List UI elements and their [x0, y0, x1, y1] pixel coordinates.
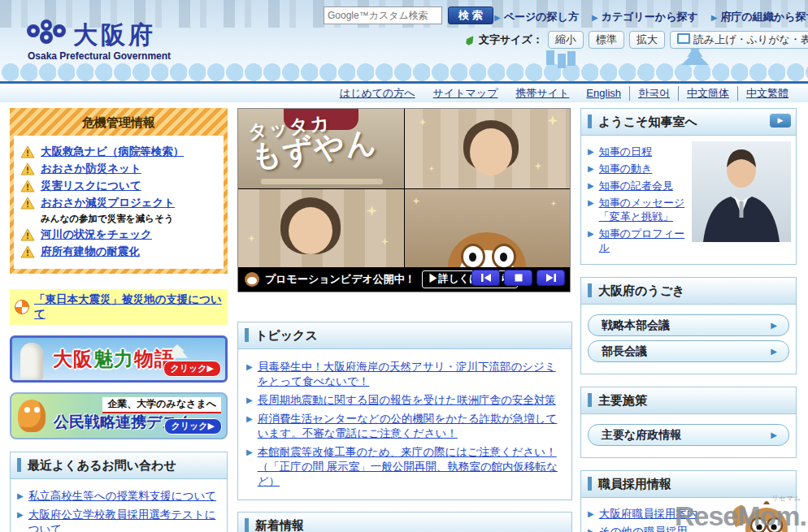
emergency-link[interactable]: 府所有建物の耐震化: [41, 244, 140, 259]
governor-more-button[interactable]: ▶: [770, 114, 791, 128]
governor-link[interactable]: 知事の記者会見: [599, 179, 673, 192]
link-by-organization[interactable]: ▶府庁の組織から探す: [711, 10, 808, 24]
logo-subtitle: Osaka Prefectural Government: [28, 50, 171, 62]
topic-link[interactable]: 貝毒発生中！大阪府海岸の天然アサリ・淀川下流部のシジミをとって食べないで！: [258, 360, 563, 389]
nav-korean[interactable]: 한국어: [629, 86, 678, 101]
nav-english[interactable]: English: [578, 87, 629, 99]
support-banner-link: 「東日本大震災」被災地の支援について: [34, 292, 223, 322]
video-frame-mascot: [405, 189, 571, 269]
list-item: ▶知事のメッセージ「変革と挑戦」: [588, 196, 689, 223]
click-button[interactable]: クリック▶: [164, 418, 223, 435]
list-item: おおさか防災ネット: [20, 162, 219, 176]
nav-first-time[interactable]: はじめての方へ: [340, 86, 415, 101]
previous-button[interactable]: [471, 270, 500, 286]
list-item: ▶知事の動き: [588, 162, 689, 175]
topic-link[interactable]: 府消費生活センターなどの公的機関をかたる詐欺が急増しています。不審な電話にご注意…: [258, 412, 563, 441]
warning-icon: [20, 179, 35, 192]
list-item: ▶知事の日程: [588, 145, 689, 158]
language-links: English 한국어 中文簡体 中文繁體: [578, 86, 797, 101]
search-input[interactable]: [324, 6, 442, 24]
alert-icon: [15, 300, 29, 314]
video-controls: [471, 270, 565, 286]
monitor-icon: [677, 33, 690, 44]
topic-link[interactable]: 本館耐震等改修工事のため、来庁の際にはご注意ください！（「正庁の間 展示室」一般…: [258, 445, 563, 489]
shisaku-body: 主要な府政情報▶: [581, 414, 796, 457]
warning-icon: [20, 228, 35, 241]
next-button[interactable]: [536, 270, 565, 286]
ugoki-box: 大阪府のうごき 戦略本部会議▶ 部長会議▶: [580, 277, 797, 374]
font-shrink-button[interactable]: 縮小: [548, 31, 584, 49]
link-find-page[interactable]: ▶ページの探し方: [494, 10, 579, 24]
font-standard-button[interactable]: 標準: [589, 31, 624, 49]
credit-line: [261, 179, 383, 184]
list-item: 河川の状況をチェック: [20, 227, 219, 242]
arrow-icon: ▶: [588, 164, 594, 173]
recruit-header: 職員採用情報: [581, 471, 796, 498]
list-item: おおさか減災プロジェクト: [20, 196, 219, 210]
emergency-link[interactable]: 大阪救急ナビ（病院等検索）: [41, 145, 184, 159]
governor-box: ようこそ知事室へ ▶ ▶知事の日程 ▶知事の動き ▶知事の記者会見 ▶知事のメッ…: [580, 108, 797, 265]
list-item: ▶知事のプロフィール: [588, 227, 689, 254]
emergency-link[interactable]: おおさか減災プロジェクト: [41, 196, 175, 210]
nav-chinese-simplified[interactable]: 中文簡体: [678, 86, 737, 101]
nav-sitemap[interactable]: サイトマップ: [433, 86, 498, 101]
list-item: 災害リスクについて: [20, 179, 219, 193]
emergency-link[interactable]: おおさか防災ネット: [41, 162, 141, 176]
directors-meeting-button[interactable]: 部長会議▶: [588, 340, 789, 362]
komin-desk-banner[interactable]: 企業、大学のみなさまへ 公民戦略連携デスク クリック▶: [10, 392, 228, 439]
link-by-category[interactable]: ▶カテゴリーから探す: [592, 10, 698, 24]
faq-link[interactable]: 大阪府公立学校教員採用選考テストについて: [28, 508, 220, 532]
left-column: 危機管理情報 大阪救急ナビ（病院等検索） おおさか防災ネット 災害リスクについて…: [10, 108, 228, 532]
major-policy-button[interactable]: 主要な府政情報▶: [588, 424, 789, 446]
arrow-icon: ▶: [588, 509, 594, 518]
faq-link[interactable]: 私立高校生等への授業料支援について: [28, 489, 216, 504]
tower-of-sun-icon: [20, 343, 43, 380]
video-thumbnail-grid: タッタカ もずやん: [238, 109, 570, 269]
nav-mobile-site[interactable]: 携帯サイト: [515, 86, 569, 101]
site-logo[interactable]: 大阪府: [26, 18, 156, 52]
governor-link[interactable]: 知事の動き: [599, 162, 653, 175]
arrow-icon: ▶: [246, 396, 253, 404]
page: 大阪府 Osaka Prefectural Government 検 索 ▶ペー…: [0, 0, 808, 532]
stop-button[interactable]: [504, 270, 532, 286]
arrow-icon: ▶: [246, 362, 253, 371]
nav-chinese-traditional[interactable]: 中文繁體: [737, 86, 797, 101]
warning-icon: [20, 145, 35, 158]
warning-icon: [20, 197, 35, 210]
arrow-icon: ▶: [588, 181, 594, 190]
emergency-link[interactable]: 災害リスクについて: [41, 179, 141, 193]
mascot-character-icon: [18, 400, 46, 432]
governor-link[interactable]: 知事の日程: [599, 145, 652, 158]
arrow-icon: ▶: [711, 13, 718, 22]
resemom-watermark: ReseMom.: [675, 500, 806, 532]
arrow-icon: ▶: [771, 430, 777, 439]
click-button[interactable]: クリック▶: [163, 361, 222, 377]
governor-link[interactable]: 知事のメッセージ「変革と挑戦」: [599, 196, 689, 223]
arrow-icon: ▶: [588, 147, 594, 156]
font-enlarge-button[interactable]: 拡大: [629, 31, 665, 49]
video-frame-title: タッタカ もずやん: [238, 109, 404, 188]
governor-link[interactable]: 知事のプロフィール: [599, 227, 689, 254]
osaka-miryoku-banner[interactable]: 大阪魅力物語 クリック▶: [10, 335, 228, 383]
shisaku-box: 主要施策 主要な府政情報▶: [580, 387, 797, 458]
emergency-info-box: 危機管理情報 大阪救急ナビ（病院等検索） おおさか防災ネット 災害リスクについて…: [10, 108, 228, 274]
font-size-controls: 文字サイズ： 縮小 標準 拡大 読み上げ・ふりがな・表示色: [467, 31, 808, 49]
video-frame-woman-surprised: [405, 109, 571, 188]
faq-body: ▶私立高校生等への授業料支援について ▶大阪府公立学校教員採用選考テストについて…: [11, 479, 227, 532]
news-box: 新着情報 15時42分[更新] ▶ 4月13日 平成28年度「宅地防災月間」につ…: [237, 512, 572, 532]
accessibility-button[interactable]: 読み上げ・ふりがな・表示色: [670, 31, 808, 49]
disaster-support-banner[interactable]: 「東日本大震災」被災地の支援について: [10, 289, 228, 325]
arrow-icon: ▶: [17, 510, 24, 519]
strategy-meeting-button[interactable]: 戦略本部会議▶: [588, 314, 789, 336]
emergency-link[interactable]: 河川の状況をチェック: [41, 227, 152, 242]
site-header: 大阪府 Osaka Prefectural Government 検 索 ▶ペー…: [0, 0, 808, 84]
arrow-icon: ▶: [771, 321, 777, 330]
logo-title: 大阪府: [73, 19, 156, 52]
search-button[interactable]: 検 索: [448, 6, 493, 24]
list-item: ▶知事の記者会見: [588, 179, 689, 192]
promotion-video-player[interactable]: タッタカ もずやん: [237, 108, 571, 292]
video-caption: プロモーションビデオ公開中！: [265, 272, 415, 287]
topic-link[interactable]: 長周期地震動に関する国の報告を受けた咲洲庁舎の安全対策: [258, 393, 556, 408]
emergency-body: 大阪救急ナビ（病院等検索） おおさか防災ネット 災害リスクについて おおさか減災…: [14, 136, 224, 269]
arrow-icon: ▶: [588, 198, 594, 207]
